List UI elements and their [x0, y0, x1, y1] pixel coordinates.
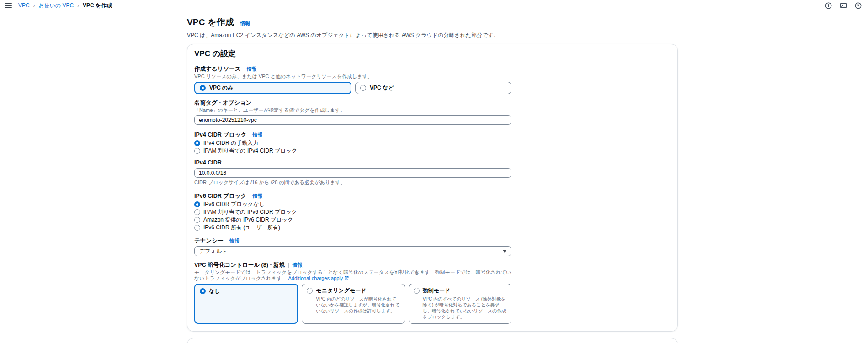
- encryption-tile-monitor-description: VPC 内のどのリソースが暗号化されていないかを確認しますが、暗号化されていない…: [316, 296, 399, 314]
- ipv6-none-radio[interactable]: IPv6 CIDR ブロックなし: [194, 201, 511, 207]
- ipv6-amazon-radio[interactable]: Amazon 提供の IPv6 CIDR ブロック: [194, 216, 511, 223]
- tenancy-selected-value: デフォルト: [199, 248, 227, 255]
- breadcrumb-vpc-link[interactable]: VPC: [18, 2, 30, 9]
- settings-card-title: VPC の設定: [194, 48, 671, 59]
- ipv6-amazon-label: Amazon 提供の IPv6 CIDR ブロック: [203, 216, 293, 224]
- resources-field: 作成するリソース 情報 VPC リソースのみ、または VPC と他のネットワーク…: [194, 64, 511, 94]
- tags-card: タグ タグは、AWS リソースに割り当てるラベルです。各タグはキーとオプションの…: [187, 338, 678, 343]
- ipv4-block-info-link[interactable]: 情報: [253, 132, 263, 137]
- ipv4-manual-label: IPv4 CIDR の手動入力: [203, 139, 258, 147]
- tenancy-info-link[interactable]: 情報: [229, 238, 240, 243]
- additional-charges-link[interactable]: Additional charges apply: [288, 275, 349, 281]
- ipv4-cidr-input[interactable]: [194, 168, 511, 178]
- resources-label: 作成するリソース: [194, 66, 240, 72]
- ipv6-none-label: IPv6 CIDR ブロックなし: [203, 201, 265, 208]
- name-tag-label: 名前タグ - オプション: [194, 100, 511, 106]
- ipv4-cidr-label: IPv4 CIDR: [194, 159, 511, 166]
- name-tag-description: 「Name」のキーと、ユーザーが指定する値でタグを作成します。: [194, 107, 511, 113]
- ipv4-ipam-radio[interactable]: IPAM 割り当ての IPv4 CIDR ブロック: [194, 148, 511, 154]
- ipv6-block-info-link[interactable]: 情報: [253, 193, 263, 199]
- radio-selected-icon: [194, 140, 200, 146]
- ipv4-manual-radio[interactable]: IPv4 CIDR の手動入力: [194, 140, 511, 146]
- ipv4-ipam-label: IPAM 割り当ての IPv4 CIDR ブロック: [203, 147, 297, 155]
- radio-selected-icon: [194, 201, 200, 207]
- resources-info-link[interactable]: 情報: [247, 66, 257, 72]
- info-circle-icon[interactable]: [825, 2, 832, 9]
- tile-vpc-only[interactable]: VPC のみ: [194, 82, 351, 94]
- ipv4-cidr-block-field: IPv4 CIDR ブロック 情報 IPv4 CIDR の手動入力 IPAM 割…: [194, 130, 511, 154]
- radio-unselected-icon: [194, 209, 200, 215]
- encryption-tile-none[interactable]: なし: [194, 284, 298, 324]
- ipv6-owned-label: IPv6 CIDR 所有 (ユーザー所有): [203, 224, 280, 232]
- breadcrumb-separator-icon: ›: [33, 3, 35, 8]
- tile-vpc-only-label: VPC のみ: [209, 84, 234, 92]
- tenancy-label: テナンシー: [194, 237, 224, 244]
- top-navigation-bar: VPC › お使いの VPC › VPC を作成: [0, 0, 868, 11]
- radio-selected-icon: [200, 288, 206, 294]
- radio-unselected-icon: [307, 288, 313, 294]
- radio-unselected-icon: [360, 85, 366, 91]
- breadcrumb-your-vpcs-link[interactable]: お使いの VPC: [38, 2, 74, 10]
- encryption-info-link[interactable]: 情報: [293, 262, 303, 269]
- encryption-label: VPC 暗号化コントロール ($) - 新規: [194, 262, 285, 269]
- encryption-description: モニタリングモードでは、トラフィックをブロックすることなく暗号化のステータスを可…: [194, 269, 511, 281]
- encryption-tile-monitor[interactable]: モニタリングモード VPC 内のどのリソースが暗号化されていないかを確認しますが…: [302, 284, 405, 324]
- tenancy-field: テナンシー 情報 デフォルト: [194, 236, 511, 256]
- tenancy-select[interactable]: デフォルト: [194, 246, 511, 256]
- divider: [288, 263, 289, 268]
- cloudshell-icon[interactable]: [840, 2, 847, 9]
- encryption-field: VPC 暗号化コントロール ($) - 新規 情報 モニタリングモードでは、トラ…: [194, 262, 511, 324]
- resources-description: VPC リソースのみ、または VPC と他のネットワークリソースを作成します。: [194, 74, 511, 79]
- radio-selected-icon: [200, 85, 206, 91]
- encryption-tile-enforce-description: VPC 内のすべてのリソース (除外対象を除く) が暗号化対応であることを要求し…: [423, 296, 506, 320]
- encryption-tile-monitor-label: モニタリングモード: [316, 287, 366, 295]
- ipv6-ipam-radio[interactable]: IPAM 割り当ての IPv6 CIDR ブロック: [194, 209, 511, 215]
- ipv6-block-label: IPv6 CIDR ブロック: [194, 193, 246, 199]
- radio-unselected-icon: [194, 217, 200, 223]
- page-title: VPC を作成: [187, 17, 234, 27]
- breadcrumb: VPC › お使いの VPC › VPC を作成: [18, 2, 112, 10]
- ipv6-owned-radio[interactable]: IPv6 CIDR 所有 (ユーザー所有): [194, 224, 511, 231]
- ipv4-cidr-constraint: CIDR ブロックサイズは /16 から /28 の間である必要があります。: [194, 179, 511, 186]
- clock-icon[interactable]: [855, 2, 862, 9]
- ipv4-cidr-field: IPv4 CIDR CIDR ブロックサイズは /16 から /28 の間である…: [194, 159, 511, 186]
- name-tag-input[interactable]: [194, 115, 511, 125]
- encryption-tile-none-label: なし: [209, 287, 220, 295]
- name-tag-field: 名前タグ - オプション 「Name」のキーと、ユーザーが指定する値でタグを作成…: [194, 100, 511, 125]
- ipv6-ipam-label: IPAM 割り当ての IPv6 CIDR ブロック: [203, 208, 297, 216]
- radio-unselected-icon: [194, 225, 200, 231]
- radio-unselected-icon: [414, 288, 420, 294]
- external-link-icon: [344, 276, 349, 280]
- page-description: VPC は、Amazon EC2 インスタンスなどの AWS のオブジェクトによ…: [187, 32, 678, 39]
- ipv6-cidr-block-field: IPv6 CIDR ブロック 情報 IPv6 CIDR ブロックなし IPAM …: [194, 191, 511, 231]
- page-title-info-link[interactable]: 情報: [240, 21, 250, 26]
- breadcrumb-current-page: VPC を作成: [83, 2, 112, 10]
- encryption-tile-enforce-label: 強制モード: [423, 287, 451, 295]
- encryption-tile-enforce[interactable]: 強制モード VPC 内のすべてのリソース (除外対象を除く) が暗号化対応である…: [409, 284, 511, 324]
- radio-unselected-icon: [194, 148, 200, 154]
- breadcrumb-separator-icon: ›: [77, 3, 79, 8]
- hamburger-menu-icon[interactable]: [5, 3, 12, 8]
- vpc-settings-card: VPC の設定 作成するリソース 情報 VPC リソースのみ、または VPC と…: [187, 44, 678, 332]
- tile-vpc-and-more-label: VPC など: [370, 84, 394, 92]
- tile-vpc-and-more[interactable]: VPC など: [355, 82, 511, 94]
- ipv4-block-label: IPv4 CIDR ブロック: [194, 132, 246, 138]
- page-header: VPC を作成 情報 VPC は、Amazon EC2 インスタンスなどの AW…: [187, 16, 678, 39]
- dropdown-caret-icon: [503, 250, 506, 253]
